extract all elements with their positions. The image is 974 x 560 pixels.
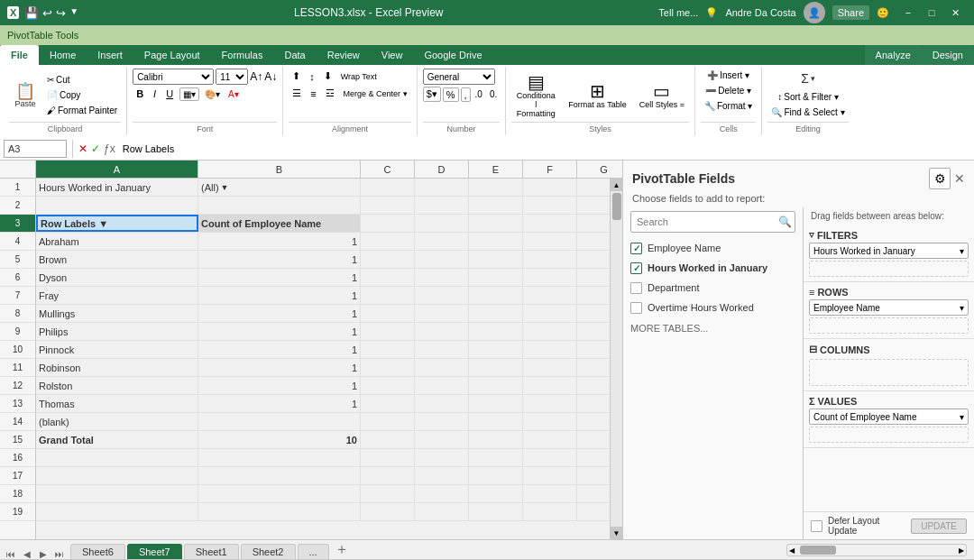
cell-e13[interactable] — [469, 395, 523, 412]
cell-c19[interactable] — [361, 503, 415, 520]
cell-e17[interactable] — [469, 467, 523, 484]
cell-e3[interactable] — [469, 215, 523, 232]
last-sheet-button[interactable]: ⏭ — [52, 549, 67, 559]
smiley-icon[interactable]: 🙂 — [877, 7, 889, 19]
add-sheet-button[interactable]: ＋ — [331, 540, 353, 559]
cell-c2[interactable] — [361, 197, 415, 214]
cell-g19[interactable] — [577, 503, 610, 520]
update-button[interactable]: UPDATE — [911, 519, 967, 534]
cell-a10[interactable]: Pinnock — [36, 341, 198, 358]
cell-b7[interactable]: 1 — [198, 287, 361, 304]
cell-d16[interactable] — [415, 449, 469, 466]
cell-d6[interactable] — [415, 269, 469, 286]
cell-e9[interactable] — [469, 323, 523, 340]
increase-font-button[interactable]: A↑ — [250, 70, 262, 83]
cell-g2[interactable] — [577, 197, 610, 214]
cell-styles-button[interactable]: ▭ Cell Styles = — [635, 79, 689, 112]
row-11[interactable]: 11 — [0, 359, 35, 377]
cell-c4[interactable] — [361, 233, 415, 250]
cell-f18[interactable] — [523, 485, 577, 502]
cell-a2[interactable] — [36, 197, 198, 214]
cell-b15[interactable]: 10 — [198, 431, 361, 448]
cell-g14[interactable] — [577, 413, 610, 430]
tab-google-drive[interactable]: Google Drive — [413, 45, 492, 65]
tab-data[interactable]: Data — [273, 45, 316, 65]
prev-sheet-button[interactable]: ◀ — [20, 549, 34, 559]
cell-b6[interactable]: 1 — [198, 269, 361, 286]
cell-d2[interactable] — [415, 197, 469, 214]
cell-g3[interactable] — [577, 215, 610, 232]
merge-center-button[interactable]: Merge & Center ▾ — [340, 87, 411, 100]
cell-g4[interactable] — [577, 233, 610, 250]
cell-a17[interactable] — [36, 467, 198, 484]
align-center-button[interactable]: ≡ — [307, 87, 319, 101]
cell-d7[interactable] — [415, 287, 469, 304]
cell-f16[interactable] — [523, 449, 577, 466]
number-format-select[interactable]: General — [423, 69, 495, 85]
cell-d18[interactable] — [415, 485, 469, 502]
cell-e15[interactable] — [469, 431, 523, 448]
next-sheet-button[interactable]: ▶ — [36, 549, 51, 559]
scroll-track[interactable] — [611, 191, 622, 527]
cell-f2[interactable] — [523, 197, 577, 214]
cell-a11[interactable]: Robinson — [36, 359, 198, 376]
cell-e2[interactable] — [469, 197, 523, 214]
filters-empty-area[interactable] — [809, 261, 969, 277]
col-header-g[interactable]: G — [577, 161, 622, 178]
rows-empty-area[interactable] — [809, 317, 969, 334]
cell-f5[interactable] — [523, 251, 577, 268]
sheet-tab-sheet6[interactable]: Sheet6 — [70, 544, 125, 559]
cell-c12[interactable] — [361, 377, 415, 394]
cell-f11[interactable] — [523, 359, 577, 376]
first-sheet-button[interactable]: ⏮ — [4, 549, 18, 559]
cell-a4[interactable]: Abraham — [36, 233, 198, 250]
cell-d15[interactable] — [415, 431, 469, 448]
employee-name-checkbox[interactable] — [630, 243, 642, 254]
row-6[interactable]: 6 — [0, 269, 35, 287]
cell-c14[interactable] — [361, 413, 415, 430]
col-header-b[interactable]: B — [198, 161, 361, 178]
cell-f19[interactable] — [523, 503, 577, 520]
h-scroll-left-button[interactable]: ◀ — [787, 546, 796, 555]
overtime-hours-checkbox[interactable] — [630, 302, 642, 314]
insert-button[interactable]: ➕ Insert ▾ — [703, 69, 753, 82]
cell-f4[interactable] — [523, 233, 577, 250]
cell-f12[interactable] — [523, 377, 577, 394]
cell-d12[interactable] — [415, 377, 469, 394]
row-9[interactable]: 9 — [0, 323, 35, 341]
align-left-button[interactable]: ☰ — [289, 86, 305, 101]
cell-d17[interactable] — [415, 467, 469, 484]
cell-g12[interactable] — [577, 377, 610, 394]
cancel-formula-icon[interactable]: ✕ — [78, 142, 87, 155]
border-button[interactable]: ▦▾ — [179, 87, 199, 101]
cell-b11[interactable]: 1 — [198, 359, 361, 376]
row-19[interactable]: 19 — [0, 503, 35, 521]
tab-home[interactable]: Home — [39, 45, 87, 65]
cell-f6[interactable] — [523, 269, 577, 286]
font-name-select[interactable]: Calibri — [133, 69, 214, 85]
values-dropdown[interactable]: Count of Employee Name ▾ — [809, 409, 969, 425]
cell-d8[interactable] — [415, 305, 469, 322]
cell-b13[interactable]: 1 — [198, 395, 361, 412]
row-17[interactable]: 17 — [0, 467, 35, 485]
align-bottom-button[interactable]: ⬇ — [320, 69, 335, 84]
cell-a8[interactable]: Mullings — [36, 305, 198, 322]
format-button[interactable]: 🔧 Format ▾ — [701, 99, 756, 113]
cell-d10[interactable] — [415, 341, 469, 358]
cell-g15[interactable] — [577, 431, 610, 448]
redo-icon[interactable]: ↪ — [56, 6, 66, 20]
cell-f15[interactable] — [523, 431, 577, 448]
customize-icon[interactable]: ▼ — [69, 6, 78, 20]
rows-dropdown[interactable]: Employee Name ▾ — [809, 299, 969, 316]
cell-f14[interactable] — [523, 413, 577, 430]
row-7[interactable]: 7 — [0, 287, 35, 305]
increase-decimal-button[interactable]: .0 — [473, 88, 485, 100]
cell-b5[interactable]: 1 — [198, 251, 361, 268]
cell-g11[interactable] — [577, 359, 610, 376]
cell-a7[interactable]: Fray — [36, 287, 198, 304]
font-color-button[interactable]: A▾ — [225, 88, 242, 100]
cell-a1[interactable]: Hours Worked in January — [36, 179, 198, 196]
col-header-a[interactable]: A — [36, 161, 198, 178]
cell-b18[interactable] — [198, 485, 361, 502]
font-size-select[interactable]: 11 — [216, 69, 248, 85]
